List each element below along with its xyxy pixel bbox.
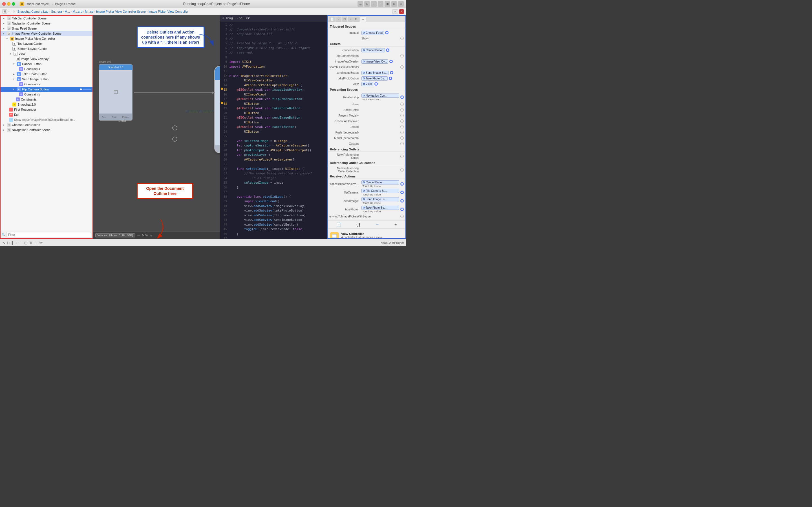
nav-back[interactable]: ← <box>371 1 377 7</box>
outline-flip-constraints[interactable]: ⊠ Constraints <box>1 92 93 97</box>
bc-image-picker-scene[interactable]: Image Picker View Controller Scene <box>96 10 146 13</box>
bc-sn-era[interactable]: Sn...era <box>51 10 62 13</box>
outline-list: ▶ ◻ Tab Bar Controller Scene ▶ ◻ Navigat… <box>1 16 93 231</box>
rectangle-tool-icon[interactable]: □ <box>7 240 10 245</box>
outline-take-photo-button[interactable]: ▶ B Take Photo Button <box>1 71 93 76</box>
down-arrow-icon[interactable]: ↓ <box>15 240 17 245</box>
outlet-imageview-connected[interactable]: ✕ Image View Ov... <box>361 59 388 64</box>
segue-choose-feed[interactable]: ✕ Choose Feed <box>361 31 384 35</box>
outline-exit[interactable]: ↩ Exit <box>1 112 93 117</box>
editor-standard[interactable]: ▣ <box>385 1 390 7</box>
zoom-in-button[interactable]: + <box>150 233 153 238</box>
document-outline-panel: ▶ ◻ Tab Bar Controller Scene ▶ ◻ Navigat… <box>0 15 93 239</box>
code-line: 3// Snapchat Camera Lab <box>220 32 327 37</box>
window-controls[interactable] <box>2 2 15 6</box>
expand-icon: ▶ <box>2 16 6 20</box>
tab-file-inspector[interactable]: 📄 <box>329 17 336 22</box>
code-line: 17 @IBOutlet weak var flipCameraButton: <box>220 97 327 102</box>
action-flip-connected[interactable]: ✕ Flip Camera Bu... <box>361 189 399 193</box>
code-line: 16 UIImageView! <box>220 93 327 97</box>
outline-flip-camera-button[interactable]: ▼ B Flip Camera Button <box>1 87 93 92</box>
separator-tool-icon[interactable]: ‖ <box>11 240 13 245</box>
code-line: 39 super.viewDidLoad() <box>220 199 327 204</box>
outline-view[interactable]: ▼ □ View <box>1 51 93 56</box>
phone-status-bar <box>215 66 220 71</box>
outline-tab-bar-scene[interactable]: ▶ ◻ Tab Bar Controller Scene <box>1 16 93 21</box>
left-arrow-icon[interactable]: ← <box>18 240 22 245</box>
btn-icon: B <box>17 87 21 91</box>
action-takephoto-connected[interactable]: ✕ Take Photo Bu... <box>361 206 399 210</box>
presenting-connected[interactable]: ✕ Navigation Con... <box>361 94 399 98</box>
connections-icon[interactable]: → <box>375 222 379 227</box>
file-icon[interactable]: 📄 <box>336 222 341 227</box>
outline-nav-ctrl-scene[interactable]: ▶ ◻ Navigation Controller Scene <box>1 21 93 26</box>
view-options[interactable]: ⊟ <box>398 1 404 7</box>
outlet-view-connected[interactable]: ✕ View <box>361 82 373 86</box>
scene-icon: ◻ <box>7 21 11 25</box>
outline-first-responder[interactable]: ! First Responder <box>1 107 93 112</box>
maximize-button[interactable] <box>12 2 15 6</box>
connect-icon[interactable]: ⊹ <box>35 240 38 245</box>
select-tool-icon[interactable]: ↖ <box>2 240 6 245</box>
action-take-photo-row: takePhoto: ✕ Take Photo Bu... Touch Up I… <box>327 205 405 214</box>
pen-icon[interactable]: ✏ <box>40 240 43 245</box>
minimize-button[interactable] <box>7 2 10 6</box>
close-editor-button[interactable]: ✕ <box>399 9 404 14</box>
add-file-button[interactable]: + <box>393 9 398 14</box>
attributes-icon[interactable]: ≡ <box>395 222 397 227</box>
bc-camera-lab[interactable]: Snapchat Camera Lab <box>17 10 49 13</box>
filter-input[interactable] <box>6 232 91 237</box>
tab-quick-help[interactable]: ? <box>336 17 341 22</box>
nav-forward[interactable]: → <box>378 1 384 7</box>
action-unwind-row: unwindToImagePickerWithSegue: <box>327 214 405 219</box>
bc-image-picker-vc[interactable]: Image Picker View Controller <box>149 10 189 13</box>
outline-snapchat-20[interactable]: S Snapchat 2.0 <box>1 102 93 107</box>
outline-image-view-overlay[interactable]: ⊡ Image View Overlay <box>1 56 93 61</box>
code-line: 15 @IBOutlet weak var imageViewOverlay: <box>220 88 327 93</box>
outline-nav-ctrl-scene2[interactable]: ▶ ◻ Navigation Controller Scene <box>1 127 93 132</box>
view-as-button[interactable]: View as: iPhone 7 (⌘C ⌘R) <box>95 233 135 237</box>
outline-main-constraints[interactable]: ⊠ Constraints <box>1 97 93 102</box>
constraint-icon: ⊠ <box>16 98 20 101</box>
bc-mse[interactable]: M...se <box>85 10 93 13</box>
bc-m[interactable]: M... <box>65 10 70 13</box>
expand-icon: ▼ <box>12 87 16 91</box>
btn-icon: B <box>17 77 21 81</box>
outline-send-image-button[interactable]: ▼ B Send Image Button <box>1 76 93 82</box>
bc-mard[interactable]: M...ard <box>73 10 82 13</box>
close-button[interactable] <box>2 2 6 6</box>
scheme-selector[interactable]: ⊙ <box>364 1 370 7</box>
outline-choose-feed-scene[interactable]: ▶ ◻ Choose Feed Scene <box>1 122 93 127</box>
editor-split[interactable]: ⊞ <box>391 1 397 7</box>
open-document-annotation: Open the Document Outline here <box>137 183 193 199</box>
constraint-icon: ⊠ <box>19 67 23 71</box>
outline-snap-feed-scene[interactable]: ▶ ◻ Snap Feed Scene <box>1 26 93 31</box>
feed-scene-container: Snap Feed Snapchat 2.0 ⊡ Fe... Post Prot… <box>99 60 133 121</box>
share-icon[interactable]: ⇧ <box>29 240 33 245</box>
outline-send-constraints[interactable]: ⊠ Constraints <box>1 82 93 87</box>
tab-connections-inspector[interactable]: → <box>359 17 366 22</box>
outline-cancel-button[interactable]: ▼ B Cancel Button <box>1 61 93 66</box>
tab-attributes-inspector[interactable]: ↓ <box>348 17 353 22</box>
code-icon[interactable]: { } <box>356 222 360 227</box>
outlet-takephoto-connected[interactable]: ✕ Take Photo Bu... <box>361 76 388 80</box>
grid-icon[interactable]: ⊞ <box>24 240 28 245</box>
tab-identity-inspector[interactable]: ⊡ <box>342 17 347 22</box>
action-cancel-connected[interactable]: ✕ Cancel Button <box>361 180 399 184</box>
storyboard-canvas[interactable]: Delete Outlets and Action connections he… <box>93 15 220 239</box>
outline-image-picker-scene[interactable]: ▼ ◻ Image Picker View Controller Scene <box>1 31 93 36</box>
outline-cancel-constraints[interactable]: ⊠ Constraints <box>1 66 93 71</box>
outline-image-picker-vc[interactable]: ▼ ▣ Image Picker View Controller <box>1 36 93 41</box>
expand-icon: ▶ <box>2 26 6 31</box>
code-line: 4// <box>220 37 327 41</box>
outlet-cancel-connected[interactable]: ✕ Cancel Button <box>361 48 385 52</box>
code-lines: 1// 2// ImagePickerViewController.swift … <box>220 21 327 239</box>
titlebar: X snapChatProject › Paige's iPhone Runni… <box>0 0 406 8</box>
sidebar-toggle[interactable]: ☰ <box>357 1 363 7</box>
action-send-connected[interactable]: ✕ Send Image Bu... <box>361 197 399 202</box>
outline-bottom-layout[interactable]: ⊞ Bottom Layout Guide <box>1 46 93 51</box>
outline-top-layout[interactable]: ⊞ Top Layout Guide <box>1 41 93 46</box>
tab-size-inspector[interactable]: ⊞ <box>353 17 359 22</box>
outline-show-segue[interactable]: → Show segue "imagePickerToChooseThread"… <box>1 117 93 122</box>
outlet-sendimage-connected[interactable]: ✕ Send Image Bu... <box>361 71 389 75</box>
